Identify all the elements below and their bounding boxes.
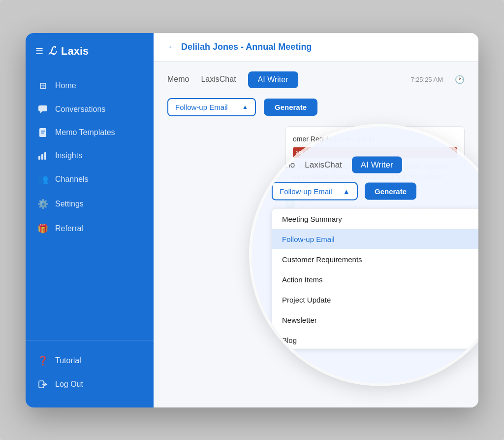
svg-rect-6: [41, 154, 43, 160]
logo-icon: ℒ: [48, 45, 56, 58]
referral-icon: 🎁: [37, 223, 48, 234]
sidebar-item-channels[interactable]: 👥 Channels: [26, 167, 154, 192]
notes-label: Notes: [272, 349, 478, 363]
svg-rect-0: [38, 105, 47, 111]
conversation-block: 1 of 5 Great, so to start off. Can you j…: [300, 196, 465, 226]
conversation-text: Great, so to start off. Can you just tel…: [300, 205, 465, 226]
action-row: Follow-up Email ▲ Generate: [167, 98, 465, 116]
sidebar-conversations-label: Conversations: [55, 105, 105, 114]
sidebar-channels-label: Channels: [55, 175, 89, 184]
tab-memo[interactable]: Memo: [167, 72, 189, 88]
sidebar-item-tutorial[interactable]: ❓ Tutorial: [26, 348, 154, 373]
insights-icon: [37, 151, 48, 160]
logout-icon: [37, 380, 48, 389]
tab-laxischat[interactable]: LaxisChat: [201, 72, 236, 88]
menu-item-followup-email[interactable]: Follow-up Email: [272, 229, 478, 249]
tabs-row: Memo LaxisChat AI Writer 7:25:25 AM 🕐: [167, 71, 465, 88]
sidebar-header: ☰ ℒ Laxis: [26, 33, 154, 69]
notes-area: Q 1 of 5 Great, so to start off. Can you…: [285, 196, 465, 226]
page-indicator: 1 of 5: [300, 196, 465, 203]
svg-rect-2: [39, 128, 46, 137]
tutorial-icon: ❓: [37, 355, 48, 366]
generate-button[interactable]: Generate: [264, 99, 317, 116]
sidebar-item-logout[interactable]: Log Out: [26, 373, 154, 396]
sidebar-settings-label: Settings: [55, 200, 84, 208]
sidebar-tutorial-label: Tutorial: [55, 356, 81, 365]
back-button[interactable]: ←: [167, 42, 176, 52]
main-body: Memo LaxisChat AI Writer 7:25:25 AM 🕐 Fo…: [154, 62, 478, 407]
menu-item-action-items[interactable]: Action Items: [272, 269, 478, 289]
meeting-title: Delilah Jones - Annual Meeting: [181, 42, 312, 52]
sidebar-divider: [26, 340, 154, 340]
red-label: xis.: [293, 147, 457, 158]
app-window: ☰ ℒ Laxis ⊞ Home Conversations: [26, 33, 478, 407]
sidebar-referral-label: Referral: [55, 224, 83, 233]
svg-rect-5: [38, 156, 40, 160]
tab-aiwriter[interactable]: AI Writer: [248, 71, 298, 88]
content-snippet: omer Requirements and M xis. u well. I w…: [285, 126, 465, 190]
svg-rect-7: [44, 152, 46, 160]
user-avatar: Q: [285, 196, 295, 210]
channels-icon: 👥: [37, 174, 48, 185]
sidebar-memo-label: Memo Templates: [55, 128, 115, 137]
menu-item-customer-requirements[interactable]: Customer Requirements: [272, 249, 478, 269]
sidebar-logout-label: Log Out: [55, 380, 83, 389]
time-display: 7:25:25 AM: [410, 76, 443, 83]
content-text: omer Requirements and M: [293, 135, 375, 143]
dropdown-selected-value: Follow-up Email: [175, 103, 228, 111]
main-content: ← Delilah Jones - Annual Meeting Memo La…: [154, 33, 478, 407]
sidebar-item-home[interactable]: ⊞ Home: [26, 73, 154, 98]
svg-marker-1: [40, 111, 42, 113]
home-icon: ⊞: [37, 80, 48, 91]
sidebar-bottom: ❓ Tutorial Log Out: [26, 344, 154, 404]
sidebar-item-label: Home: [55, 81, 76, 90]
body-text: u well. I wanted to follow ts and next s…: [293, 161, 457, 183]
main-header: ← Delilah Jones - Annual Meeting: [154, 33, 478, 62]
clock-icon: 🕐: [455, 75, 465, 84]
sidebar-item-memo-templates[interactable]: Memo Templates: [26, 121, 154, 144]
screenshot-container: ☰ ℒ Laxis ⊞ Home Conversations: [0, 0, 504, 440]
app-name: Laxis: [61, 45, 89, 58]
memo-icon: [37, 128, 48, 137]
dropdown-arrow-icon: ▲: [242, 103, 248, 110]
sidebar-item-insights[interactable]: Insights: [26, 144, 154, 167]
sidebar-item-settings[interactable]: ⚙️ Settings: [26, 192, 154, 216]
menu-item-blog[interactable]: Blog: [272, 330, 478, 349]
sidebar-item-referral[interactable]: 🎁 Referral: [26, 216, 154, 241]
settings-icon: ⚙️: [37, 199, 48, 209]
mag-dropdown-menu: Meeting Summary Follow-up Email Customer…: [272, 208, 478, 349]
menu-item-project-update[interactable]: Project Update: [272, 289, 478, 309]
menu-item-newsletter[interactable]: Newsletter: [272, 309, 478, 330]
sidebar: ☰ ℒ Laxis ⊞ Home Conversations: [26, 33, 154, 407]
template-dropdown[interactable]: Follow-up Email ▲: [167, 98, 256, 116]
conversations-icon: [37, 105, 48, 114]
sidebar-insights-label: Insights: [55, 151, 82, 160]
sidebar-item-conversations[interactable]: Conversations: [26, 98, 154, 121]
sidebar-nav: ⊞ Home Conversations: [26, 69, 154, 407]
hamburger-icon[interactable]: ☰: [35, 46, 43, 57]
